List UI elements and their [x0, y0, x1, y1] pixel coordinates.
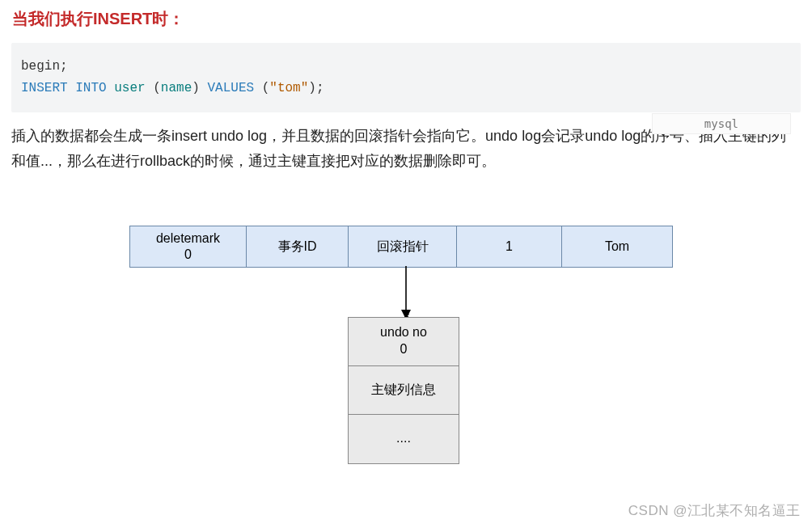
col-name: name	[161, 81, 192, 95]
undo-log-table: undo no 0 主键列信息 ....	[348, 317, 459, 464]
undo-log-diagram: deletemark 0 事务ID 回滚指针 1 Tom ↖ undo no 0…	[0, 226, 812, 501]
cell-deletemark-value: 0	[184, 247, 192, 262]
kw-into: INTO	[75, 81, 106, 95]
rollback-arrow	[398, 266, 414, 319]
undo-no-value: 0	[400, 341, 408, 358]
sql-code-block: begin; INSERT INTO user (name) VALUES ("…	[11, 43, 801, 112]
undo-no-label: undo no	[380, 324, 427, 341]
undo-cell-pk: 主键列信息	[349, 366, 459, 415]
paren-close-2: )	[308, 81, 316, 95]
paren-open-2: (	[262, 81, 270, 95]
paren-close: )	[192, 81, 200, 95]
cell-name: Tom	[562, 226, 672, 267]
undo-cell-no: undo no 0	[349, 318, 459, 366]
record-row-table: deletemark 0 事务ID 回滚指针 1 Tom	[129, 226, 673, 268]
cell-deletemark-label: deletemark	[156, 230, 220, 246]
str-tom: "tom"	[269, 81, 308, 95]
cell-pk: 1	[457, 226, 562, 267]
code-line-1: begin;	[21, 59, 68, 74]
language-hint: mysql	[652, 113, 791, 134]
cell-rollback-ptr: 回滚指针	[349, 226, 457, 267]
section-heading: 当我们执行INSERT时：	[0, 0, 812, 43]
paren-open: (	[153, 81, 161, 95]
cell-txid: 事务ID	[247, 226, 349, 267]
undo-cell-ellipsis: ....	[349, 415, 459, 463]
kw-values: VALUES	[207, 81, 254, 95]
kw-insert: INSERT	[21, 81, 68, 95]
ident-user: user	[114, 81, 145, 95]
cell-deletemark: deletemark 0	[130, 226, 247, 267]
watermark: CSDN @江北某不知名逼王	[628, 501, 801, 520]
